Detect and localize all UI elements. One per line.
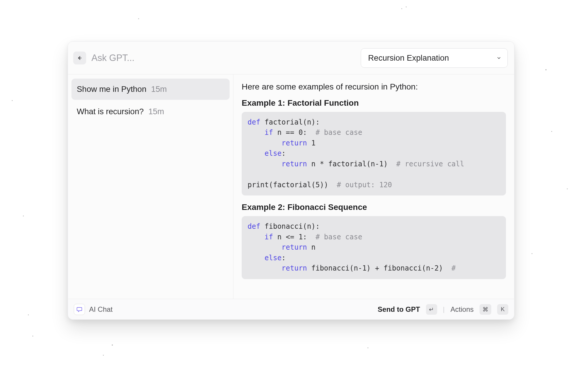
sidebar-item-label: What is recursion? [77,107,144,116]
footer-divider: | [443,306,445,313]
context-dropdown[interactable]: Recursion Explanation [361,48,508,68]
intro-text: Here are some examples of recursion in P… [242,81,506,93]
chevron-down-icon [496,55,502,61]
content-pane: Here are some examples of recursion in P… [233,74,514,299]
footer-bar: AI Chat Send to GPT ↵ | Actions ⌘ K [68,299,514,319]
sidebar-item-what-is-recursion[interactable]: What is recursion? 15m [71,101,230,122]
ask-input[interactable] [90,51,357,65]
chat-bubble-icon [76,306,82,312]
actions-button[interactable]: Actions [450,305,474,314]
sidebar-item-time: 15m [148,107,164,116]
example-2-heading: Example 2: Fibonacci Sequence [242,203,506,212]
enter-key-icon: ↵ [426,304,437,315]
code-block-fibonacci: def fibonacci(n): if n <= 1: # base case… [242,216,506,279]
send-button[interactable]: Send to GPT [378,305,420,314]
sidebar-item-time: 15m [151,84,167,94]
arrow-left-icon [77,55,83,61]
back-button[interactable] [73,52,86,64]
cmd-key-icon: ⌘ [480,304,491,315]
sidebar-item-label: Show me in Python [77,84,146,94]
body: Show me in Python 15m What is recursion?… [68,74,514,299]
k-key-icon: K [497,304,508,315]
code-block-factorial: def factorial(n): if n == 0: # base case… [242,112,506,196]
example-1-heading: Example 1: Factorial Function [242,98,506,108]
dropdown-label: Recursion Explanation [368,53,491,63]
app-name: AI Chat [89,305,113,314]
sidebar-item-show-python[interactable]: Show me in Python 15m [71,79,230,100]
sidebar: Show me in Python 15m What is recursion?… [68,74,233,299]
app-icon [74,304,85,315]
app-window: Recursion Explanation Show me in Python … [68,41,514,320]
header-bar: Recursion Explanation [68,42,514,74]
